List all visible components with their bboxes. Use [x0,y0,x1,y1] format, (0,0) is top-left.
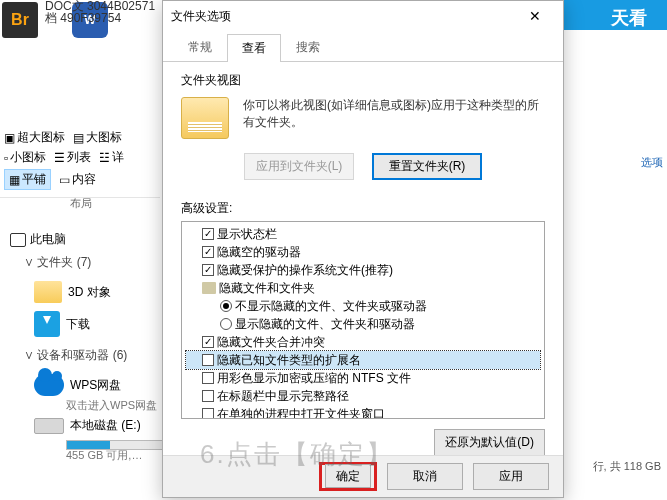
highlight-box: 确定 [319,462,377,491]
view-xlarge-icons[interactable]: ▣ 超大图标 [4,129,65,146]
radio-icon[interactable] [220,318,232,330]
checkbox-icon[interactable] [202,228,214,240]
nav-disk-sub: 455 GB 可用,… [66,448,160,463]
folder-view-group: 文件夹视图 你可以将此视图(如详细信息或图标)应用于这种类型的所有文件夹。 应用… [163,62,563,190]
apply-to-folders-button: 应用到文件夹(L) [244,153,354,180]
checkbox-icon[interactable] [202,408,214,419]
tree-item[interactable]: 隐藏受保护的操作系统文件(推荐) [186,261,540,279]
download-icon [34,311,60,337]
folder-view-desc: 你可以将此视图(如详细信息或图标)应用于这种类型的所有文件夹。 [243,97,545,131]
checkbox-icon[interactable] [202,354,214,366]
dialog-tabs: 常规 查看 搜索 [163,33,563,62]
status-capacity: 行, 共 118 GB [593,459,661,474]
dialog-button-row: 确定 取消 应用 [163,455,563,497]
view-small-icons[interactable]: ▫ 小图标 [4,149,46,166]
nav-downloads[interactable]: 下载 [24,307,160,341]
view-content[interactable]: ▭ 内容 [59,171,96,188]
advanced-settings-label: 高级设置: [181,200,545,217]
tab-general[interactable]: 常规 [173,33,227,61]
checkbox-icon[interactable] [202,390,214,402]
view-ribbon: ▣ 超大图标▤ 大图标 ▫ 小图标☰ 列表☳ 详 ▦ 平铺▭ 内容 [0,125,160,198]
br-app-icon: Br [2,2,38,38]
tree-radio-item[interactable]: 显示隐藏的文件、文件夹和驱动器 [186,315,540,333]
checkbox-icon[interactable] [202,336,214,348]
folder-icon [34,281,62,303]
group-title: 文件夹视图 [181,72,545,89]
nav-wps-sub: 双击进入WPS网盘 [66,398,160,413]
tab-view[interactable]: 查看 [227,34,281,62]
ok-button[interactable]: 确定 [325,464,371,488]
nav-wps[interactable]: WPS网盘 [24,370,160,400]
restore-defaults-button[interactable]: 还原为默认值(D) [434,429,545,456]
tree-item-hide-extensions[interactable]: 隐藏已知文件类型的扩展名 [186,351,540,369]
apply-button[interactable]: 应用 [473,463,549,490]
advanced-settings-tree[interactable]: 显示状态栏 隐藏空的驱动器 隐藏受保护的操作系统文件(推荐) 隐藏文件和文件夹 … [181,221,545,419]
pc-icon [10,233,26,247]
cloud-icon [34,374,64,396]
nav-disk-e[interactable]: 本地磁盘 (E:) [24,413,160,438]
view-details[interactable]: ☳ 详 [99,149,124,166]
nav-3d-objects[interactable]: 3D 对象 [24,277,160,307]
view-list[interactable]: ☰ 列表 [54,149,91,166]
checkbox-icon[interactable] [202,264,214,276]
dialog-titlebar: 文件夹选项 ✕ [163,1,563,31]
view-tiles[interactable]: ▦ 平铺 [4,169,51,190]
tree-item[interactable]: 用彩色显示加密或压缩的 NTFS 文件 [186,369,540,387]
tree-item[interactable]: 隐藏空的驱动器 [186,243,540,261]
tree-item[interactable]: 显示状态栏 [186,225,540,243]
tree-radio-item[interactable]: 不显示隐藏的文件、文件夹或驱动器 [186,297,540,315]
view-large-icons[interactable]: ▤ 大图标 [73,129,122,146]
radio-icon[interactable] [220,300,232,312]
tree-folder[interactable]: 隐藏文件和文件夹 [186,279,540,297]
disk-icon [34,418,64,434]
close-icon[interactable]: ✕ [515,2,555,30]
tab-search[interactable]: 搜索 [281,33,335,61]
sky-brand: 天看 [611,6,647,30]
cancel-button[interactable]: 取消 [387,463,463,490]
folder-options-dialog: 文件夹选项 ✕ 常规 查看 搜索 文件夹视图 你可以将此视图(如详细信息或图标)… [162,0,564,498]
layout-label: 布局 [70,196,92,211]
this-pc[interactable]: 此电脑 [10,231,160,248]
tree-item[interactable]: 在单独的进程中打开文件夹窗口 [186,405,540,419]
tree-item[interactable]: 在标题栏中显示完整路径 [186,387,540,405]
folder-icon [202,282,216,294]
section-folders: ∨ 文件夹 (7) [24,254,160,271]
folder-view-icon [181,97,229,139]
reset-folders-button[interactable]: 重置文件夹(R) [372,153,482,180]
dialog-title: 文件夹选项 [171,8,231,25]
checkbox-icon[interactable] [202,372,214,384]
nav-tree: 此电脑 ∨ 文件夹 (7) 3D 对象 下载 ∨ 设备和驱动器 (6) WPS网… [0,225,160,463]
section-devices: ∨ 设备和驱动器 (6) [24,347,160,364]
doc-meta: DOC文 3044B02571 档 490F39754 [45,0,155,24]
checkbox-icon[interactable] [202,246,214,258]
tree-item[interactable]: 隐藏文件夹合并冲突 [186,333,540,351]
options-link[interactable]: 选项 [641,155,663,170]
